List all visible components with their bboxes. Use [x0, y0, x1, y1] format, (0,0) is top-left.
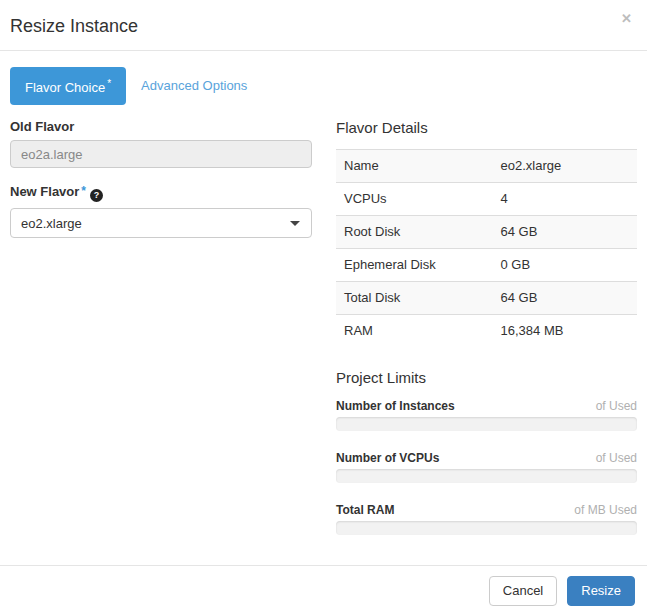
row-value: 4	[493, 183, 637, 216]
row-value: 64 GB	[493, 282, 637, 315]
limit-usage: of Used	[596, 399, 637, 413]
left-column: Flavor Choice* Advanced Options Old Flav…	[10, 51, 312, 565]
tab-flavor-choice[interactable]: Flavor Choice*	[10, 67, 126, 105]
limit-label: Number of Instances	[336, 399, 455, 413]
limit-label: Total RAM	[336, 503, 394, 517]
new-flavor-label: New Flavor*?	[10, 184, 312, 202]
limit-instances: Number of Instances of Used	[336, 399, 637, 431]
ram-progress-bar	[336, 521, 637, 535]
right-column: Flavor Details Name eo2.xlarge VCPUs 4 R…	[336, 51, 637, 565]
resize-button[interactable]: Resize	[567, 576, 635, 606]
limit-usage: of MB Used	[574, 503, 637, 517]
table-row: Name eo2.xlarge	[336, 150, 637, 183]
flavor-details-table: Name eo2.xlarge VCPUs 4 Root Disk 64 GB …	[336, 149, 637, 347]
instances-progress-bar	[336, 417, 637, 431]
table-row: VCPUs 4	[336, 183, 637, 216]
table-row: Ephemeral Disk 0 GB	[336, 249, 637, 282]
limit-vcpus: Number of VCPUs of Used	[336, 451, 637, 483]
limit-ram: Total RAM of MB Used	[336, 503, 637, 535]
row-label: Ephemeral Disk	[336, 249, 493, 282]
limit-usage: of Used	[596, 451, 637, 465]
limit-label: Number of VCPUs	[336, 451, 439, 465]
row-value: 0 GB	[493, 249, 637, 282]
old-flavor-label: Old Flavor	[10, 119, 312, 134]
tab-bar: Flavor Choice* Advanced Options	[10, 67, 312, 105]
flavor-details-heading: Flavor Details	[336, 119, 637, 137]
modal-header: Resize Instance ✕	[0, 0, 647, 51]
resize-instance-modal: Resize Instance ✕ Flavor Choice* Advance…	[0, 0, 647, 614]
new-flavor-label-text: New Flavor	[10, 184, 79, 199]
modal-body: Flavor Choice* Advanced Options Old Flav…	[0, 51, 647, 565]
new-flavor-select-wrap: eo2.xlarge	[10, 208, 312, 238]
table-row: Total Disk 64 GB	[336, 282, 637, 315]
old-flavor-field	[10, 140, 312, 168]
tab-advanced-options-label: Advanced Options	[141, 78, 247, 93]
row-value: eo2.xlarge	[493, 150, 637, 183]
modal-footer: Cancel Resize	[0, 565, 647, 614]
row-label: RAM	[336, 315, 493, 348]
page-title: Resize Instance	[10, 15, 138, 37]
row-label: VCPUs	[336, 183, 493, 216]
old-flavor-label-text: Old Flavor	[10, 119, 74, 134]
table-row: RAM 16,384 MB	[336, 315, 637, 348]
cancel-button[interactable]: Cancel	[489, 576, 557, 606]
row-label: Name	[336, 150, 493, 183]
limit-header: Number of VCPUs of Used	[336, 451, 637, 465]
new-flavor-select[interactable]: eo2.xlarge	[10, 208, 312, 238]
row-label: Root Disk	[336, 216, 493, 249]
limit-header: Total RAM of MB Used	[336, 503, 637, 517]
row-label: Total Disk	[336, 282, 493, 315]
project-limits-heading: Project Limits	[336, 369, 637, 387]
question-circle-icon[interactable]: ?	[90, 189, 103, 202]
row-value: 64 GB	[493, 216, 637, 249]
close-icon[interactable]: ✕	[621, 12, 632, 26]
table-row: Root Disk 64 GB	[336, 216, 637, 249]
required-marker: *	[81, 184, 86, 198]
tab-flavor-choice-label: Flavor Choice	[25, 80, 105, 95]
limit-header: Number of Instances of Used	[336, 399, 637, 413]
row-value: 16,384 MB	[493, 315, 637, 348]
required-marker: *	[107, 78, 111, 89]
vcpus-progress-bar	[336, 469, 637, 483]
tab-advanced-options[interactable]: Advanced Options	[126, 69, 262, 103]
